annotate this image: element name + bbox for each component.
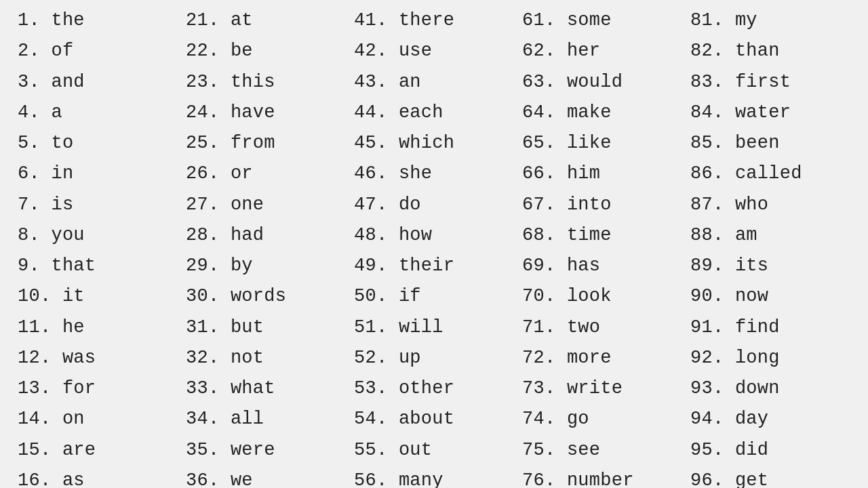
list-item: 64. make <box>518 98 686 128</box>
list-item: 82. than <box>686 36 854 66</box>
list-item: 63. would <box>518 67 686 98</box>
list-item: 61. some <box>518 5 686 36</box>
list-item: 75. see <box>518 435 686 466</box>
column-5: 81. my82. than83. first84. water85. been… <box>686 5 854 483</box>
list-item: 30. words <box>182 281 350 312</box>
list-item: 2. of <box>14 36 182 66</box>
column-4: 61. some62. her63. would64. make65. like… <box>518 5 686 483</box>
list-item: 87. who <box>686 190 854 220</box>
list-item: 71. two <box>518 312 686 343</box>
list-item: 32. not <box>182 343 350 373</box>
list-item: 10. it <box>14 281 182 312</box>
list-item: 90. now <box>686 281 854 312</box>
list-item: 3. and <box>14 67 182 98</box>
word-list-container: 1. the2. of3. and4. a5. to6. in7. is8. y… <box>0 0 868 488</box>
list-item: 25. from <box>182 128 350 159</box>
list-item: 84. water <box>686 98 854 128</box>
list-item: 52. up <box>350 343 518 373</box>
list-item: 8. you <box>14 220 182 251</box>
list-item: 27. one <box>182 190 350 220</box>
list-item: 11. he <box>14 312 182 343</box>
list-item: 4. a <box>14 98 182 128</box>
list-item: 93. down <box>686 373 854 404</box>
list-item: 6. in <box>14 159 182 189</box>
list-item: 24. have <box>182 98 350 128</box>
list-item: 91. find <box>686 312 854 343</box>
list-item: 9. that <box>14 251 182 281</box>
list-item: 22. be <box>182 36 350 66</box>
list-item: 50. if <box>350 281 518 312</box>
list-item: 48. how <box>350 220 518 251</box>
list-item: 12. was <box>14 343 182 373</box>
list-item: 55. out <box>350 435 518 466</box>
list-item: 34. all <box>182 404 350 434</box>
column-2: 21. at22. be23. this24. have25. from26. … <box>182 5 350 483</box>
list-item: 14. on <box>14 404 182 434</box>
list-item: 44. each <box>350 98 518 128</box>
list-item: 28. had <box>182 220 350 251</box>
list-item: 41. there <box>350 5 518 36</box>
list-item: 31. but <box>182 312 350 343</box>
list-item: 35. were <box>182 435 350 466</box>
list-item: 86. called <box>686 159 854 189</box>
list-item: 51. will <box>350 312 518 343</box>
list-item: 29. by <box>182 251 350 281</box>
list-item: 95. did <box>686 435 854 466</box>
list-item: 53. other <box>350 373 518 404</box>
list-item: 1. the <box>14 5 182 36</box>
list-item: 54. about <box>350 404 518 434</box>
list-item: 81. my <box>686 5 854 36</box>
list-item: 45. which <box>350 128 518 159</box>
list-item: 15. are <box>14 435 182 466</box>
list-item: 13. for <box>14 373 182 404</box>
list-item: 74. go <box>518 404 686 434</box>
list-item: 76. number <box>518 466 686 488</box>
list-item: 66. him <box>518 159 686 189</box>
list-item: 69. has <box>518 251 686 281</box>
list-item: 26. or <box>182 159 350 189</box>
list-item: 96. get <box>686 466 854 488</box>
column-1: 1. the2. of3. and4. a5. to6. in7. is8. y… <box>14 5 182 483</box>
list-item: 46. she <box>350 159 518 189</box>
list-item: 5. to <box>14 128 182 159</box>
list-item: 73. write <box>518 373 686 404</box>
list-item: 56. many <box>350 466 518 488</box>
list-item: 68. time <box>518 220 686 251</box>
list-item: 23. this <box>182 67 350 98</box>
list-item: 92. long <box>686 343 854 373</box>
list-item: 7. is <box>14 190 182 220</box>
list-item: 21. at <box>182 5 350 36</box>
list-item: 89. its <box>686 251 854 281</box>
list-item: 65. like <box>518 128 686 159</box>
column-3: 41. there42. use43. an44. each45. which4… <box>350 5 518 483</box>
list-item: 62. her <box>518 36 686 66</box>
list-item: 67. into <box>518 190 686 220</box>
list-item: 47. do <box>350 190 518 220</box>
list-item: 83. first <box>686 67 854 98</box>
list-item: 72. more <box>518 343 686 373</box>
list-item: 36. we <box>182 466 350 488</box>
list-item: 42. use <box>350 36 518 66</box>
list-item: 94. day <box>686 404 854 434</box>
list-item: 49. their <box>350 251 518 281</box>
list-item: 43. an <box>350 67 518 98</box>
list-item: 70. look <box>518 281 686 312</box>
list-item: 33. what <box>182 373 350 404</box>
list-item: 85. been <box>686 128 854 159</box>
list-item: 88. am <box>686 220 854 251</box>
list-item: 16. as <box>14 466 182 488</box>
